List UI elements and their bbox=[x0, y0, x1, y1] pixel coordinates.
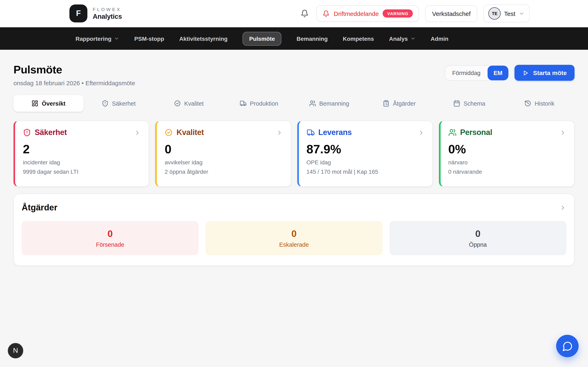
chevron-down-icon bbox=[519, 10, 525, 17]
notifications-button[interactable] bbox=[299, 8, 311, 19]
stat-label: Eskalerade bbox=[279, 242, 309, 248]
user-menu-button[interactable]: TE Test bbox=[484, 4, 530, 22]
kpi-line1: närvaro bbox=[448, 159, 567, 166]
tab-schema[interactable]: Schema bbox=[434, 95, 504, 112]
main-nav: RapporteringPSM-stoppAktivitetsstyrningP… bbox=[0, 27, 588, 50]
chat-icon bbox=[562, 341, 573, 351]
kpi-card-personal[interactable]: Personal0%närvaro0 närvarande bbox=[439, 121, 575, 187]
actions-chevron-icon[interactable] bbox=[559, 204, 566, 211]
truck-icon bbox=[240, 100, 247, 107]
stat-value: 0 bbox=[291, 228, 297, 239]
play-icon bbox=[522, 69, 529, 76]
tab-label: Produktion bbox=[250, 100, 278, 107]
page-content: Pulsmöte onsdag 18 februari 2026 • Efter… bbox=[0, 64, 588, 266]
tab-kvalitet[interactable]: Kvalitet bbox=[154, 95, 224, 112]
kpi-line2: 145 / 170 mot mål | Kap 165 bbox=[306, 168, 425, 175]
chevron-down-icon bbox=[114, 36, 119, 41]
kpi-line1: incidenter idag bbox=[23, 159, 141, 166]
chevron-right-icon bbox=[559, 129, 566, 136]
chevron-right-icon bbox=[559, 204, 566, 211]
check-circle-icon bbox=[165, 128, 173, 137]
nav-item-kompetens[interactable]: Kompetens bbox=[343, 35, 374, 42]
actions-section: Åtgärder 0Försenade0Eskalerade0Öppna bbox=[13, 194, 575, 266]
nav-item-label: Admin bbox=[431, 35, 448, 42]
role-button[interactable]: Verkstadschef bbox=[425, 5, 477, 22]
actions-stats: 0Försenade0Eskalerade0Öppna bbox=[22, 221, 566, 255]
tab-oversikt[interactable]: Översikt bbox=[13, 95, 84, 112]
kpi-card-header: Säkerhet bbox=[23, 128, 141, 137]
stat-tile-eskalerade[interactable]: 0Eskalerade bbox=[206, 221, 383, 255]
alert-bell-icon bbox=[323, 10, 330, 17]
meeting-time-toggle: Förmiddag EM bbox=[445, 65, 509, 81]
kpi-card-leverans[interactable]: Leverans87.9%OPE idag145 / 170 mot mål |… bbox=[297, 121, 433, 187]
brand-logo: F bbox=[69, 4, 87, 22]
alert-badge: VARNING bbox=[383, 9, 413, 17]
toggle-morning[interactable]: Förmiddag bbox=[445, 66, 488, 80]
tab-produktion[interactable]: Produktion bbox=[224, 95, 294, 112]
shield-icon bbox=[102, 100, 109, 107]
kpi-card-header: Kvalitet bbox=[165, 128, 283, 137]
stat-tile-forsenade[interactable]: 0Försenade bbox=[22, 221, 199, 255]
calendar-icon bbox=[453, 100, 460, 107]
nav-item-pulsmote[interactable]: Pulsmöte bbox=[243, 32, 282, 45]
stat-tile-oppna[interactable]: 0Öppna bbox=[389, 221, 566, 255]
kpi-value: 0% bbox=[448, 142, 567, 156]
brand: F FLOWEX Analytics bbox=[69, 4, 122, 22]
nav-item-admin[interactable]: Admin bbox=[431, 35, 448, 42]
brand-subtitle: Analytics bbox=[93, 12, 122, 20]
tab-sakerhet[interactable]: Säkerhet bbox=[84, 95, 154, 112]
shield-alert-icon bbox=[23, 128, 31, 137]
nav-item-label: Analys bbox=[389, 35, 408, 42]
dev-badge-button[interactable]: N bbox=[8, 343, 23, 359]
nav-item-label: Pulsmöte bbox=[249, 35, 275, 42]
chat-fab-button[interactable] bbox=[556, 335, 579, 357]
nav-item-rapportering[interactable]: Rapportering bbox=[76, 35, 119, 42]
chevron-down-icon bbox=[519, 10, 525, 17]
alert-banner-button[interactable]: Driftmeddelande VARNING bbox=[317, 5, 419, 22]
stat-label: Öppna bbox=[469, 242, 487, 248]
nav-item-label: Bemanning bbox=[297, 35, 328, 42]
check-circle-icon bbox=[174, 100, 181, 107]
kpi-card-kvalitet[interactable]: Kvalitet0avvikelser idag2 öppna åtgärder bbox=[155, 121, 291, 187]
history-icon bbox=[525, 100, 531, 107]
chat-icon bbox=[562, 341, 573, 351]
chevron-down-icon bbox=[410, 36, 415, 41]
tab-historik[interactable]: Historik bbox=[504, 95, 575, 112]
history-icon bbox=[525, 100, 531, 107]
topbar-actions: Driftmeddelande VARNING Verkstadschef TE… bbox=[299, 4, 530, 22]
tab-label: Bemanning bbox=[319, 100, 349, 107]
nav-item-psm-stopp[interactable]: PSM-stopp bbox=[134, 35, 164, 42]
kpi-title: Säkerhet bbox=[35, 128, 67, 137]
kpi-line2: 2 öppna åtgärder bbox=[165, 168, 283, 175]
page-header-actions: Förmiddag EM Starta möte bbox=[445, 65, 575, 81]
nav-item-aktivitetsstyrning[interactable]: Aktivitetsstyrning bbox=[179, 35, 228, 42]
clipboard-icon bbox=[383, 100, 390, 107]
nav-item-analys[interactable]: Analys bbox=[389, 35, 415, 42]
truck-icon bbox=[306, 128, 315, 137]
users-icon bbox=[448, 128, 457, 137]
brand-text: FLOWEX Analytics bbox=[93, 7, 122, 20]
chevron-right-icon bbox=[418, 129, 425, 136]
chevron-right-icon bbox=[134, 129, 141, 136]
tab-label: Åtgärder bbox=[393, 100, 416, 107]
nav-item-label: Kompetens bbox=[343, 35, 374, 42]
start-meeting-button[interactable]: Starta möte bbox=[515, 65, 575, 81]
nav-item-label: Aktivitetsstyrning bbox=[179, 35, 228, 42]
tab-bemanning[interactable]: Bemanning bbox=[294, 95, 364, 112]
tab-atgarder[interactable]: Åtgärder bbox=[364, 95, 434, 112]
stat-value: 0 bbox=[108, 228, 113, 239]
kpi-card-header: Leverans bbox=[306, 128, 425, 137]
kpi-value: 2 bbox=[23, 142, 141, 156]
shield-icon bbox=[102, 100, 109, 107]
alert-label: Driftmeddelande bbox=[334, 10, 379, 17]
avatar: TE bbox=[489, 7, 501, 20]
actions-header: Åtgärder bbox=[22, 203, 566, 212]
kpi-card-sakerhet[interactable]: Säkerhet2incidenter idag9999 dagar sedan… bbox=[13, 121, 149, 187]
dashboard-icon bbox=[32, 100, 39, 107]
page-title: Pulsmöte bbox=[13, 64, 135, 76]
bell-icon bbox=[301, 9, 309, 17]
toggle-afternoon[interactable]: EM bbox=[487, 66, 509, 80]
tab-label: Översikt bbox=[42, 100, 66, 107]
nav-item-bemanning[interactable]: Bemanning bbox=[297, 35, 328, 42]
chevron-right-icon bbox=[134, 129, 141, 136]
